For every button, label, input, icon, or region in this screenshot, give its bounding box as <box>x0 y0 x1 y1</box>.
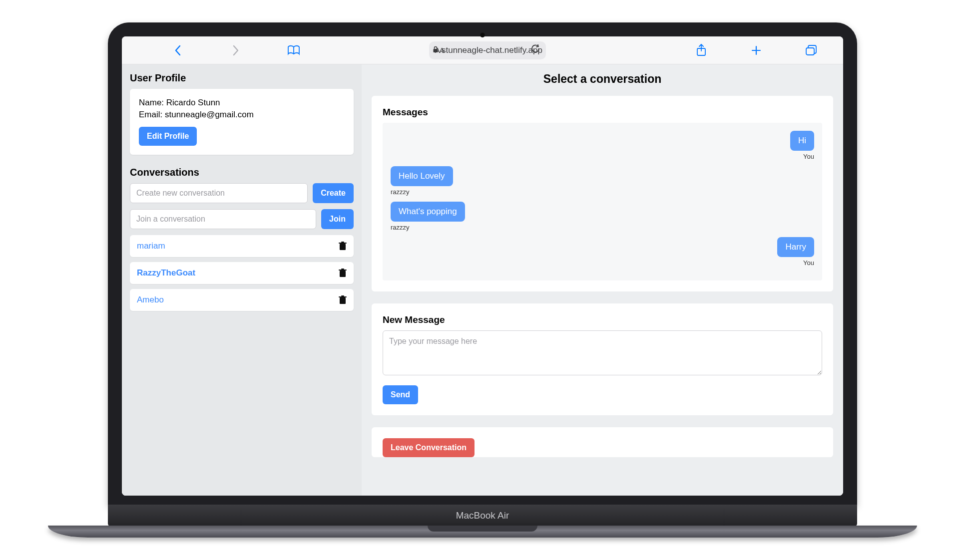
new-tab-icon[interactable] <box>746 40 766 60</box>
tabs-icon[interactable] <box>801 40 821 60</box>
laptop-chin: MacBook Air <box>108 505 857 527</box>
trash-icon[interactable] <box>339 242 347 251</box>
conversation-item: mariam <box>130 235 354 257</box>
camera-dot <box>480 32 485 37</box>
conversation-link[interactable]: mariam <box>137 241 165 251</box>
new-message-card: New Message Send <box>372 303 833 415</box>
leave-conversation-button[interactable]: Leave Conversation <box>383 438 475 457</box>
message-bubble: What's popping <box>391 202 465 222</box>
join-conversation-input[interactable] <box>130 209 316 229</box>
message-bubble: Hi <box>790 131 814 151</box>
svg-rect-5 <box>806 48 814 55</box>
reader-aa-icon[interactable]: AA <box>435 46 444 54</box>
conversation-link[interactable]: Amebo <box>137 295 164 305</box>
messages-heading: Messages <box>383 107 822 118</box>
svg-rect-10 <box>339 270 347 271</box>
message-textarea[interactable] <box>383 330 822 375</box>
svg-rect-12 <box>340 297 346 304</box>
page-title: Select a conversation <box>372 72 833 86</box>
conversation-item: RazzyTheGoat <box>130 262 354 284</box>
sidebar: User Profile Name: Ricardo Stunn Email: … <box>122 64 362 496</box>
messages-area: HiYouHello LovelyrazzzyWhat's poppingraz… <box>383 123 822 280</box>
svg-rect-8 <box>341 242 344 243</box>
message-bubble: Hello Lovely <box>391 166 453 186</box>
conversations-heading: Conversations <box>130 167 354 178</box>
message-sender: razzzy <box>391 224 410 231</box>
svg-rect-13 <box>339 296 347 297</box>
svg-rect-11 <box>341 269 344 270</box>
url-text: stunneagle-chat.netlify.app <box>442 45 542 55</box>
message-sender: razzzy <box>391 188 410 196</box>
refresh-icon[interactable] <box>531 44 540 56</box>
message-row: HiYou <box>391 131 814 160</box>
app-root: User Profile Name: Ricardo Stunn Email: … <box>122 64 843 496</box>
back-icon[interactable] <box>168 40 188 60</box>
svg-rect-14 <box>341 295 344 296</box>
laptop-base: MacBook Air <box>108 505 857 538</box>
reading-list-icon[interactable] <box>284 40 304 60</box>
conversations-list: mariamRazzyTheGoatAmebo <box>130 235 354 311</box>
send-button[interactable]: Send <box>383 385 418 404</box>
create-conversation-input[interactable] <box>130 183 308 203</box>
profile-card: Name: Ricardo Stunn Email: stunneagle@gm… <box>130 89 354 155</box>
edit-profile-button[interactable]: Edit Profile <box>139 127 197 146</box>
svg-rect-6 <box>340 244 346 250</box>
trash-icon[interactable] <box>339 269 347 278</box>
conversation-link[interactable]: RazzyTheGoat <box>137 268 195 278</box>
main-content: Select a conversation Messages HiYouHell… <box>362 64 843 496</box>
screen: AA stunneagle-chat.netlify.app <box>122 36 843 496</box>
browser-toolbar: AA stunneagle-chat.netlify.app <box>122 36 843 64</box>
trash-icon[interactable] <box>339 295 347 304</box>
url-bar[interactable]: AA stunneagle-chat.netlify.app <box>429 41 546 59</box>
message-sender: You <box>803 259 814 267</box>
device-label: MacBook Air <box>456 510 509 521</box>
message-sender: You <box>803 153 814 160</box>
conversation-item: Amebo <box>130 289 354 311</box>
laptop-foot <box>48 526 917 538</box>
share-icon[interactable] <box>691 40 711 60</box>
leave-card: Leave Conversation <box>372 427 833 457</box>
profile-email: Email: stunneagle@gmail.com <box>139 110 345 120</box>
profile-heading: User Profile <box>130 72 354 84</box>
svg-rect-9 <box>340 271 346 277</box>
svg-rect-7 <box>339 243 347 244</box>
laptop-frame: AA stunneagle-chat.netlify.app <box>108 22 857 538</box>
message-row: What's poppingrazzzy <box>391 202 814 231</box>
message-bubble: Harry <box>777 237 814 257</box>
profile-name: Name: Ricardo Stunn <box>139 98 345 108</box>
message-row: HarryYou <box>391 237 814 267</box>
forward-icon[interactable] <box>226 40 246 60</box>
new-message-heading: New Message <box>383 314 822 325</box>
message-row: Hello Lovelyrazzzy <box>391 166 814 196</box>
create-button[interactable]: Create <box>313 183 354 203</box>
messages-card: Messages HiYouHello LovelyrazzzyWhat's p… <box>372 96 833 291</box>
screen-bezel: AA stunneagle-chat.netlify.app <box>108 22 857 505</box>
join-button[interactable]: Join <box>321 209 354 229</box>
